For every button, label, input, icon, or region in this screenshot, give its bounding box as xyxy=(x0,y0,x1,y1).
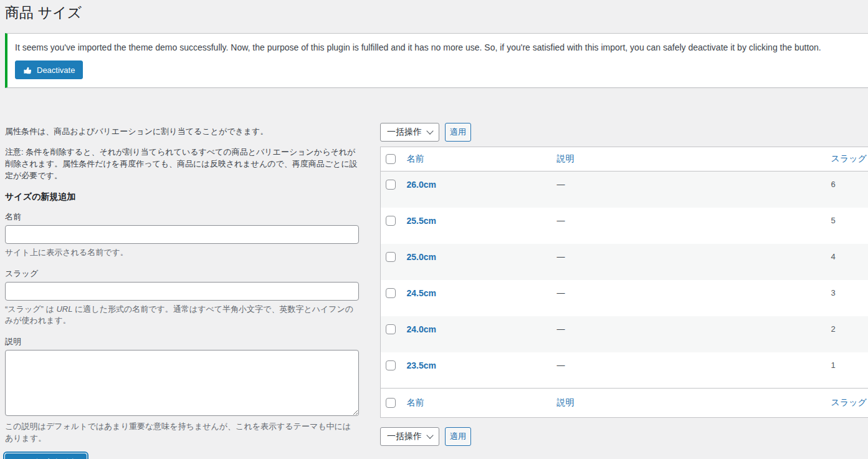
terms-table: 名前 説明 スラッグ 26.0cm — 6 25.5cm — 5 25.0cm … xyxy=(380,147,868,418)
column-header-description[interactable]: 説明 xyxy=(557,153,575,163)
page-title: 商品 サイズ xyxy=(5,2,868,24)
add-size-submit-button[interactable]: サイズの新規追加 xyxy=(5,453,87,459)
thumbs-up-icon xyxy=(23,65,32,75)
footer-column-name[interactable]: 名前 xyxy=(407,397,424,407)
row-checkbox[interactable] xyxy=(386,324,396,334)
column-header-slug[interactable]: スラッグ xyxy=(831,153,867,163)
terms-table-body: 26.0cm — 6 25.5cm — 5 25.0cm — 4 24.5cm … xyxy=(381,172,868,389)
row-checkbox[interactable] xyxy=(386,216,396,226)
apply-button-bottom[interactable]: 適用 xyxy=(445,427,471,446)
term-description: — xyxy=(552,208,826,244)
term-name-link[interactable]: 24.5cm xyxy=(407,288,436,298)
term-slug: 5 xyxy=(826,208,868,244)
term-slug: 1 xyxy=(826,352,868,389)
table-row: 24.0cm — 2 xyxy=(381,316,868,352)
terms-table-panel: 一括操作 適用 名前 説明 スラッグ xyxy=(380,123,868,446)
deactivate-button[interactable]: Deactivate xyxy=(15,60,83,79)
row-checkbox[interactable] xyxy=(386,252,396,262)
description-label: 説明 xyxy=(5,336,359,347)
select-all-checkbox-bottom[interactable] xyxy=(386,398,396,408)
chevron-down-icon xyxy=(426,432,433,439)
slug-input[interactable] xyxy=(5,282,359,301)
name-help-text: サイト上に表示される名前です。 xyxy=(5,247,359,259)
chevron-down-icon xyxy=(426,128,433,135)
description-textarea[interactable] xyxy=(5,350,359,416)
term-slug: 3 xyxy=(826,280,868,316)
footer-column-slug[interactable]: スラッグ xyxy=(831,397,867,407)
demo-import-success-notice: It seems you've imported the theme demo … xyxy=(5,33,868,88)
term-slug: 4 xyxy=(826,244,868,280)
bulk-actions-select-top[interactable]: 一括操作 xyxy=(380,123,439,142)
delete-warning-text: 注意: 条件を削除すると、それが割り当てられているすべての商品とバリエーションか… xyxy=(5,147,359,182)
tablenav-top: 一括操作 適用 xyxy=(380,123,868,142)
bulk-actions-select-bottom[interactable]: 一括操作 xyxy=(380,427,439,446)
term-description: — xyxy=(552,316,826,352)
name-input[interactable] xyxy=(5,225,359,244)
description-help-text: この説明はデフォルトではあまり重要な意味を持ちませんが、これを表示するテーマも中… xyxy=(5,421,359,445)
table-row: 23.5cm — 1 xyxy=(381,352,868,389)
term-name-link[interactable]: 25.0cm xyxy=(407,252,436,262)
add-size-heading: サイズの新規追加 xyxy=(5,191,359,202)
term-name-link[interactable]: 24.0cm xyxy=(407,324,436,334)
row-checkbox[interactable] xyxy=(386,180,396,190)
admin-page: 商品 サイズ It seems you've imported the them… xyxy=(0,0,868,459)
term-description: — xyxy=(552,352,826,389)
apply-button-top[interactable]: 適用 xyxy=(445,123,471,142)
select-all-checkbox-top[interactable] xyxy=(386,154,396,164)
name-label: 名前 xyxy=(5,211,359,223)
table-row: 26.0cm — 6 xyxy=(381,172,868,208)
table-row: 25.5cm — 5 xyxy=(381,208,868,244)
notice-message: It seems you've imported the theme demo … xyxy=(15,41,861,54)
attributes-intro-text: 属性条件は、商品およびバリエーションに割り当てることができます。 xyxy=(5,126,359,138)
table-row: 24.5cm — 3 xyxy=(381,280,868,316)
column-header-name[interactable]: 名前 xyxy=(407,153,424,163)
deactivate-button-label: Deactivate xyxy=(37,66,75,74)
term-description: — xyxy=(552,280,826,316)
row-checkbox[interactable] xyxy=(386,360,396,370)
term-slug: 2 xyxy=(826,316,868,352)
term-slug: 6 xyxy=(826,172,868,208)
term-name-link[interactable]: 23.5cm xyxy=(407,360,436,370)
term-name-link[interactable]: 26.0cm xyxy=(407,180,436,190)
footer-column-description[interactable]: 説明 xyxy=(557,397,575,407)
add-term-form-panel: 属性条件は、商品およびバリエーションに割り当てることができます。 注意: 条件を… xyxy=(5,123,359,459)
term-description: — xyxy=(552,172,826,208)
table-row: 25.0cm — 4 xyxy=(381,244,868,280)
tablenav-bottom: 一括操作 適用 xyxy=(380,427,868,446)
slug-label: スラッグ xyxy=(5,268,359,279)
row-checkbox[interactable] xyxy=(386,288,396,298)
slug-help-text: “スラッグ” は URL に適した形式の名前です。通常はすべて半角小文字で、英数… xyxy=(5,304,359,327)
term-name-link[interactable]: 25.5cm xyxy=(407,216,436,226)
term-description: — xyxy=(552,244,826,280)
